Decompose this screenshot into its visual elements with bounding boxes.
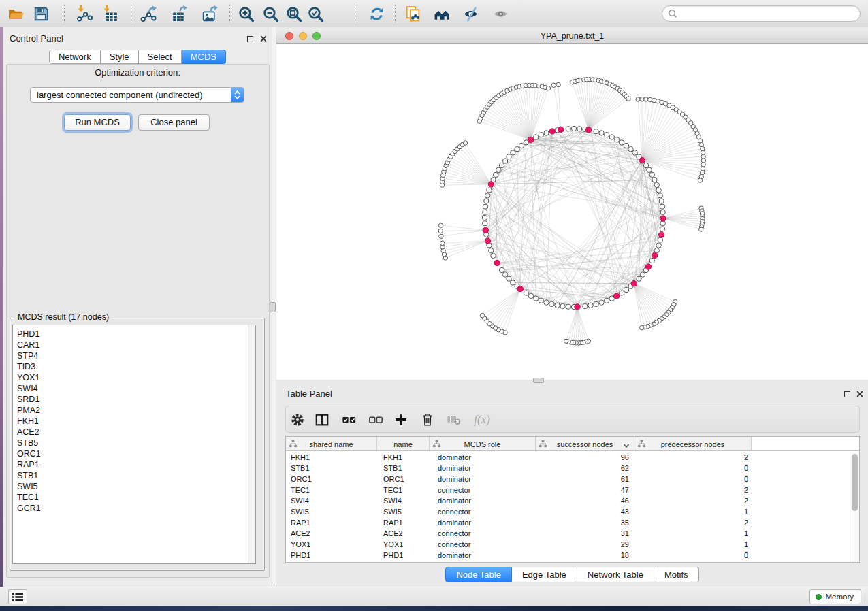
deselect-all-button[interactable] bbox=[368, 412, 384, 428]
table-cell: dominator bbox=[430, 495, 536, 506]
network-nodes[interactable] bbox=[438, 78, 706, 345]
column-header-name[interactable]: name bbox=[377, 437, 430, 451]
zoom-fit-button[interactable] bbox=[283, 3, 304, 24]
mcds-result-item[interactable]: STB5 bbox=[13, 437, 255, 448]
columns-icon bbox=[315, 412, 329, 427]
column-header-shared-name[interactable]: shared name bbox=[286, 437, 377, 451]
horizontal-splitter-handle[interactable] bbox=[533, 378, 544, 383]
table-row[interactable]: YOX1YOX1connector291 bbox=[286, 539, 850, 550]
mcds-result-item[interactable]: TID3 bbox=[13, 361, 255, 372]
table-row[interactable]: RAP1RAP1dominator352 bbox=[286, 517, 850, 528]
table-cell: ACE2 bbox=[286, 528, 377, 539]
table-scrollbar-thumb[interactable] bbox=[852, 454, 858, 511]
table-cell: connector bbox=[430, 539, 536, 550]
main-toolbar bbox=[0, 0, 868, 27]
import-network-button[interactable] bbox=[74, 3, 94, 24]
tab-mcds[interactable]: MCDS bbox=[182, 50, 226, 64]
mcds-result-item[interactable]: ACE2 bbox=[13, 427, 255, 437]
mcds-result-item[interactable]: SWI5 bbox=[13, 481, 255, 492]
tab-select[interactable]: Select bbox=[139, 50, 182, 64]
mcds-list-scrollbar[interactable] bbox=[248, 325, 255, 563]
table-row[interactable]: STB1STB1dominator620 bbox=[286, 463, 850, 474]
table-row[interactable]: TEC1TEC1connector472 bbox=[286, 484, 850, 495]
zoom-out-button[interactable] bbox=[260, 3, 280, 24]
network-from-selection-button[interactable] bbox=[402, 3, 423, 24]
column-label: predecessor nodes bbox=[661, 440, 725, 448]
tab-network[interactable]: Network bbox=[49, 50, 101, 64]
export-image-button[interactable] bbox=[199, 3, 219, 24]
mcds-result-item[interactable]: TEC1 bbox=[13, 492, 255, 503]
vertical-splitter-handle[interactable] bbox=[270, 302, 276, 312]
mcds-result-item[interactable]: FKH1 bbox=[13, 416, 255, 427]
tab-node-table[interactable]: Node Table bbox=[445, 567, 512, 582]
table-settings-button[interactable] bbox=[289, 412, 306, 428]
export-table-button[interactable] bbox=[168, 3, 189, 24]
task-history-button[interactable] bbox=[8, 589, 27, 604]
table-row[interactable]: PHD1PHD1dominator180 bbox=[286, 550, 850, 561]
mcds-result-item[interactable]: GCR1 bbox=[13, 503, 255, 514]
close-panel-button[interactable] bbox=[259, 35, 268, 43]
table-cell: connector bbox=[430, 506, 536, 517]
table-row[interactable]: SWI4SWI4dominator462 bbox=[286, 495, 850, 506]
table-row[interactable]: ORC1ORC1dominator610 bbox=[286, 474, 850, 484]
zoom-selected-button[interactable] bbox=[305, 3, 325, 24]
first-neighbors-button[interactable] bbox=[432, 3, 452, 24]
hide-eye-icon bbox=[462, 5, 479, 22]
tab-style[interactable]: Style bbox=[101, 50, 139, 64]
network-window-titlebar[interactable]: YPA_prune.txt_1 bbox=[276, 29, 868, 44]
mcds-result-item[interactable]: RAP1 bbox=[13, 459, 255, 470]
mcds-result-item[interactable]: PMA2 bbox=[13, 405, 255, 416]
mcds-result-item[interactable]: YOX1 bbox=[13, 372, 255, 383]
close-table-panel-button[interactable] bbox=[856, 390, 864, 398]
tab-edge-table[interactable]: Edge Table bbox=[512, 567, 577, 582]
hide-selected-button[interactable] bbox=[460, 3, 481, 24]
show-column-button[interactable] bbox=[314, 412, 330, 428]
mcds-result-item[interactable]: STB1 bbox=[13, 470, 255, 481]
network-from-selection-icon bbox=[404, 5, 421, 22]
table-row[interactable]: FKH1FKH1dominator962 bbox=[286, 452, 850, 463]
refresh-view-button[interactable] bbox=[366, 3, 387, 24]
export-network-button[interactable] bbox=[138, 3, 158, 24]
import-table-button[interactable] bbox=[99, 3, 120, 24]
mcds-result-item[interactable]: PHD1 bbox=[13, 329, 255, 340]
run-mcds-button[interactable]: Run MCDS bbox=[64, 114, 131, 131]
table-cell: 47 bbox=[536, 484, 634, 495]
search-input[interactable] bbox=[677, 9, 860, 18]
network-canvas[interactable] bbox=[276, 44, 868, 380]
search-field[interactable] bbox=[662, 5, 861, 22]
mcds-result-item[interactable]: CAR1 bbox=[13, 340, 255, 350]
show-all-button[interactable] bbox=[490, 3, 511, 24]
add-row-button[interactable] bbox=[393, 412, 409, 428]
close-mcds-panel-button[interactable]: Close panel bbox=[138, 114, 210, 131]
table-row[interactable]: SWI5SWI5connector431 bbox=[286, 506, 850, 517]
delete-row-button[interactable] bbox=[419, 412, 436, 428]
memory-button[interactable]: Memory bbox=[809, 589, 861, 604]
tab-network-table[interactable]: Network Table bbox=[577, 567, 654, 582]
mcds-result-list[interactable]: PHD1CAR1STP4TID3YOX1SWI4SRD1PMA2FKH1ACE2… bbox=[12, 325, 256, 564]
float-panel-button[interactable] bbox=[246, 35, 254, 43]
open-file-button[interactable] bbox=[5, 3, 26, 24]
network-window-title: YPA_prune.txt_1 bbox=[276, 31, 868, 41]
table-row[interactable]: ACE2ACE2connector311 bbox=[286, 528, 850, 539]
table-cell: 0 bbox=[634, 550, 752, 561]
mcds-result-item[interactable]: ORC1 bbox=[13, 448, 255, 459]
column-header-successor-nodes[interactable]: successor nodes bbox=[536, 437, 634, 451]
show-eye-icon bbox=[492, 5, 509, 22]
apply-function-button[interactable]: f(x) bbox=[470, 412, 494, 428]
mcds-result-item[interactable]: SRD1 bbox=[13, 394, 255, 405]
column-header-predecessor-nodes[interactable]: predecessor nodes bbox=[634, 437, 752, 451]
delete-table-button[interactable] bbox=[446, 412, 462, 428]
select-all-button[interactable] bbox=[341, 412, 357, 428]
table-cell: 1 bbox=[634, 506, 752, 517]
zoom-in-button[interactable] bbox=[236, 3, 256, 24]
table-cell: 29 bbox=[536, 539, 634, 550]
network-graph[interactable] bbox=[276, 44, 868, 380]
column-header-MCDS-role[interactable]: MCDS role bbox=[430, 437, 536, 451]
mcds-result-item[interactable]: STP4 bbox=[13, 350, 255, 361]
save-session-button[interactable] bbox=[31, 3, 51, 24]
mcds-result-item[interactable]: SWI4 bbox=[13, 383, 255, 394]
tab-motifs[interactable]: Motifs bbox=[654, 567, 699, 582]
float-table-panel-button[interactable] bbox=[843, 390, 851, 398]
criterion-dropdown[interactable]: largest connected component (undirected) bbox=[30, 87, 244, 103]
table-cell: connector bbox=[430, 528, 536, 539]
